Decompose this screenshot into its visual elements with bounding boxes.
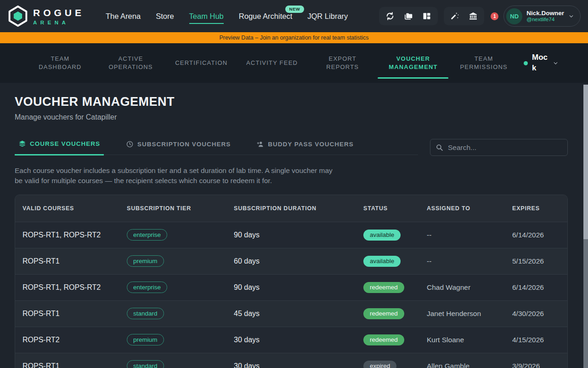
table-row[interactable]: ROPS-RT1, ROPS-RT2 enterprise 90 days re… [15,274,567,300]
banner-text: Preview Data – Join an organization for … [219,34,368,41]
tab-export-reports[interactable]: EXPORT REPORTS [307,43,378,83]
tier-badge: enterprise [127,282,167,293]
expires-cell: 5/15/2026 [505,257,567,265]
voucher-description: Each course voucher includes a subscript… [15,166,568,186]
tier-badge: enterprise [127,229,167,241]
hexagon-logo-icon [8,6,28,27]
tab-team-dashboard[interactable]: TEAM DASHBOARD [25,43,96,83]
description-line: Each course voucher includes a subscript… [15,166,568,176]
tier-badge: standard [127,360,164,368]
tier-cell: premium [119,334,226,345]
page-scrollbar[interactable] [583,85,588,368]
preview-data-banner: Preview Data – Join an organization for … [0,32,588,43]
tab-certification[interactable]: CERTIFICATION [166,43,237,83]
status-cell: available [356,256,419,267]
valid-courses-cell: ROPS-RT1 [15,362,119,368]
avatar: ND [506,8,522,24]
folders-icon[interactable] [404,12,413,21]
assigned-to-cell: Allen Gamble [419,362,505,368]
status-cell: redeemed [356,334,419,345]
tab-label: BUDDY PASS VOUCHERS [268,141,354,148]
column-header-valid-courses: VALID COURSES [15,205,119,212]
logo-subtitle: ARENA [33,20,85,25]
tier-cell: enterprise [119,229,226,241]
voucher-type-tabs: COURSE VOUCHERS SUBSCRIPTION VOUCHERS [15,140,418,155]
tier-cell: enterprise [119,282,226,293]
user-info: Nick.Downer @nextlife74 [526,10,564,23]
status-badge: redeemed [363,282,404,293]
column-header-expires: EXPIRES [505,205,567,212]
duration-cell: 30 days [226,362,356,368]
voucher-tabs-row: COURSE VOUCHERS SUBSCRIPTION VOUCHERS [15,139,568,156]
tier-cell: premium [119,255,226,267]
user-name: Nick.Downer [526,10,564,17]
tab-buddy-pass-vouchers[interactable]: BUDDY PASS VOUCHERS [253,140,357,155]
person-plus-icon [256,140,264,148]
tab-activity-feed[interactable]: ACTIVITY FEED [237,43,307,83]
status-badge: available [363,230,401,241]
tier-badge: premium [127,255,164,267]
valid-courses-cell: ROPS-RT1 [15,310,119,318]
vouchers-table: VALID COURSES SUBSCRIPTION TIER SUBSCRIP… [15,195,568,368]
status-cell: redeemed [356,282,419,293]
column-header-subscription-duration: SUBSCRIPTION DURATION [226,205,356,212]
table-row[interactable]: ROPS-RT1 standard 45 days redeemed Janet… [15,300,567,327]
magic-wand-icon[interactable] [450,12,459,21]
valid-courses-cell: ROPS-RT1, ROPS-RT2 [15,283,119,292]
team-selector-dropdown[interactable]: Mock [519,43,563,83]
voucher-management-page: VOUCHER MANAGEMENT Manage vouchers for C… [0,83,588,368]
tab-label: SUBSCRIPTION VOUCHERS [137,141,231,148]
tier-badge: standard [127,308,164,319]
duration-cell: 90 days [226,231,356,239]
status-badge: expired [363,361,396,368]
page-subtitle: Manage vouchers for Catapiller [15,113,568,121]
table-row[interactable]: ROPS-RT1 premium 60 days available -- 5/… [15,248,567,274]
team-status-dot-icon [524,61,528,65]
tab-active-operations[interactable]: ACTIVE OPERATIONS [96,43,166,83]
description-line: be valid for multiple courses — the reci… [15,176,568,186]
admin-icon-group [444,7,484,25]
layout-icon[interactable] [422,12,431,21]
duration-cell: 90 days [226,283,356,292]
scrollbar-thumb[interactable] [583,85,588,239]
nav-item-team-hub[interactable]: Team Hub [189,12,224,24]
team-hub-navigation: TEAM DASHBOARD ACTIVE OPERATIONS CERTIFI… [0,43,588,83]
user-menu[interactable]: ND Nick.Downer @nextlife74 [503,6,581,27]
user-handle: @nextlife74 [526,17,564,23]
expires-cell: 4/30/2026 [505,310,567,318]
valid-courses-cell: ROPS-RT2 [15,336,119,344]
tab-voucher-management[interactable]: VOUCHER MANAGEMENT [378,43,449,83]
status-cell: redeemed [356,308,419,319]
tier-cell: standard [119,360,226,368]
tab-team-permissions[interactable]: TEAM PERMISSIONS [448,43,519,83]
expires-cell: 4/15/2026 [505,336,567,344]
bank-icon[interactable] [469,12,478,21]
clock-icon [126,140,134,148]
tab-label: COURSE VOUCHERS [30,140,100,147]
notification-count-badge: 1 [491,12,498,20]
search-input[interactable] [430,139,568,156]
table-row[interactable]: ROPS-RT1, ROPS-RT2 enterprise 90 days av… [15,222,567,248]
tier-cell: standard [119,308,226,319]
valid-courses-cell: ROPS-RT1 [15,257,119,265]
table-row[interactable]: ROPS-RT2 premium 30 days redeemed Kurt S… [15,327,567,353]
sync-icon[interactable] [385,12,395,21]
expires-cell: 6/14/2026 [505,283,567,292]
nav-item-rogue-architect[interactable]: Rogue Architect NEW [239,12,292,21]
chevron-down-icon [553,60,559,66]
tools-icon-group [379,7,438,25]
logo-title: ROGUE [33,7,85,18]
search-box [430,139,568,156]
tab-subscription-vouchers[interactable]: SUBSCRIPTION VOUCHERS [122,140,234,155]
valid-courses-cell: ROPS-RT1, ROPS-RT2 [15,231,119,239]
tab-course-vouchers[interactable]: COURSE VOUCHERS [15,140,104,155]
assigned-to-cell: -- [419,257,505,265]
rogue-arena-logo[interactable]: ROGUE ARENA [8,6,85,27]
table-row[interactable]: ROPS-RT1 standard 30 days expired Allen … [15,353,567,368]
nav-item-jqr-library[interactable]: JQR Library [307,12,348,21]
logo-text: ROGUE ARENA [33,7,85,25]
tier-badge: premium [127,334,164,345]
nav-item-the-arena[interactable]: The Arena [106,12,141,21]
nav-item-store[interactable]: Store [156,12,174,21]
status-badge: redeemed [363,334,404,345]
